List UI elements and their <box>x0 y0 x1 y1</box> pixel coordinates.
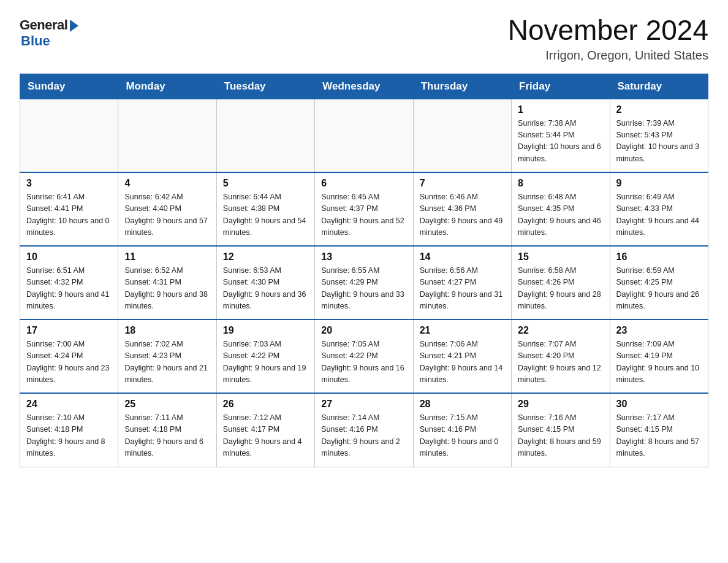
calendar-week-row-3: 10Sunrise: 6:51 AMSunset: 4:32 PMDayligh… <box>20 246 708 320</box>
day-info: Sunrise: 7:06 AMSunset: 4:21 PMDaylight:… <box>420 339 505 386</box>
day-number: 3 <box>26 178 112 189</box>
day-info: Sunrise: 6:44 AMSunset: 4:38 PMDaylight:… <box>223 191 308 239</box>
calendar-week-row-5: 24Sunrise: 7:10 AMSunset: 4:18 PMDayligh… <box>20 393 708 467</box>
logo: General Blue <box>20 15 78 49</box>
day-info: Sunrise: 6:41 AMSunset: 4:41 PMDaylight:… <box>26 191 112 239</box>
day-info: Sunrise: 7:02 AMSunset: 4:23 PMDaylight:… <box>124 339 210 386</box>
calendar-week-row-4: 17Sunrise: 7:00 AMSunset: 4:24 PMDayligh… <box>20 320 708 393</box>
calendar-week-row-2: 3Sunrise: 6:41 AMSunset: 4:41 PMDaylight… <box>20 172 708 246</box>
calendar-cell: 26Sunrise: 7:12 AMSunset: 4:17 PMDayligh… <box>216 393 314 467</box>
calendar-cell: 24Sunrise: 7:10 AMSunset: 4:18 PMDayligh… <box>20 393 118 467</box>
day-number: 25 <box>124 399 210 410</box>
day-info: Sunrise: 7:10 AMSunset: 4:18 PMDaylight:… <box>26 412 112 460</box>
day-info: Sunrise: 7:00 AMSunset: 4:24 PMDaylight:… <box>26 339 112 386</box>
day-number: 15 <box>518 251 603 262</box>
col-header-monday: Monday <box>118 74 216 99</box>
day-number: 5 <box>223 178 308 189</box>
calendar-cell: 27Sunrise: 7:14 AMSunset: 4:16 PMDayligh… <box>315 393 413 467</box>
calendar-cell: 21Sunrise: 7:06 AMSunset: 4:21 PMDayligh… <box>413 320 511 393</box>
calendar-cell: 12Sunrise: 6:53 AMSunset: 4:30 PMDayligh… <box>216 246 314 320</box>
col-header-friday: Friday <box>512 74 610 99</box>
day-info: Sunrise: 7:17 AMSunset: 4:15 PMDaylight:… <box>616 412 702 460</box>
logo-arrow-icon <box>70 20 78 32</box>
day-info: Sunrise: 7:38 AMSunset: 5:44 PMDaylight:… <box>518 118 603 166</box>
day-info: Sunrise: 7:09 AMSunset: 4:19 PMDaylight:… <box>616 339 702 386</box>
calendar-cell: 13Sunrise: 6:55 AMSunset: 4:29 PMDayligh… <box>315 246 413 320</box>
day-info: Sunrise: 6:55 AMSunset: 4:29 PMDaylight:… <box>321 265 406 313</box>
day-info: Sunrise: 6:42 AMSunset: 4:40 PMDaylight:… <box>124 191 210 239</box>
calendar-cell: 20Sunrise: 7:05 AMSunset: 4:22 PMDayligh… <box>315 320 413 393</box>
calendar-cell: 11Sunrise: 6:52 AMSunset: 4:31 PMDayligh… <box>118 246 216 320</box>
day-number: 24 <box>26 399 112 410</box>
month-year-title: November 2024 <box>508 15 708 46</box>
calendar-header-row: SundayMondayTuesdayWednesdayThursdayFrid… <box>20 74 708 99</box>
calendar-cell: 14Sunrise: 6:56 AMSunset: 4:27 PMDayligh… <box>413 246 511 320</box>
day-info: Sunrise: 6:53 AMSunset: 4:30 PMDaylight:… <box>223 265 308 313</box>
day-number: 20 <box>321 325 406 336</box>
calendar-cell: 10Sunrise: 6:51 AMSunset: 4:32 PMDayligh… <box>20 246 118 320</box>
day-number: 7 <box>420 178 505 189</box>
calendar-cell: 5Sunrise: 6:44 AMSunset: 4:38 PMDaylight… <box>216 172 314 246</box>
calendar-cell <box>315 99 413 172</box>
col-header-wednesday: Wednesday <box>315 74 413 99</box>
col-header-thursday: Thursday <box>413 74 511 99</box>
day-info: Sunrise: 6:48 AMSunset: 4:35 PMDaylight:… <box>518 191 603 239</box>
day-number: 21 <box>420 325 505 336</box>
calendar-cell <box>118 99 216 172</box>
calendar-cell <box>413 99 511 172</box>
col-header-tuesday: Tuesday <box>216 74 314 99</box>
day-number: 22 <box>518 325 603 336</box>
day-info: Sunrise: 6:56 AMSunset: 4:27 PMDaylight:… <box>420 265 505 313</box>
calendar-cell: 25Sunrise: 7:11 AMSunset: 4:18 PMDayligh… <box>118 393 216 467</box>
calendar-cell: 9Sunrise: 6:49 AMSunset: 4:33 PMDaylight… <box>610 172 708 246</box>
day-info: Sunrise: 7:05 AMSunset: 4:22 PMDaylight:… <box>321 339 406 386</box>
calendar-cell: 1Sunrise: 7:38 AMSunset: 5:44 PMDaylight… <box>512 99 610 172</box>
calendar-cell: 4Sunrise: 6:42 AMSunset: 4:40 PMDaylight… <box>118 172 216 246</box>
day-number: 1 <box>518 104 603 115</box>
day-number: 9 <box>616 178 702 189</box>
day-info: Sunrise: 7:14 AMSunset: 4:16 PMDaylight:… <box>321 412 406 460</box>
col-header-sunday: Sunday <box>20 74 118 99</box>
page-header: General Blue November 2024 Irrigon, Oreg… <box>20 15 708 63</box>
calendar-table: SundayMondayTuesdayWednesdayThursdayFrid… <box>20 74 708 467</box>
day-number: 11 <box>124 251 210 262</box>
logo-general-text: General <box>20 17 67 33</box>
calendar-cell: 28Sunrise: 7:15 AMSunset: 4:16 PMDayligh… <box>413 393 511 467</box>
day-number: 10 <box>26 251 112 262</box>
day-number: 8 <box>518 178 603 189</box>
calendar-cell: 7Sunrise: 6:46 AMSunset: 4:36 PMDaylight… <box>413 172 511 246</box>
calendar-cell: 3Sunrise: 6:41 AMSunset: 4:41 PMDaylight… <box>20 172 118 246</box>
day-info: Sunrise: 7:03 AMSunset: 4:22 PMDaylight:… <box>223 339 308 386</box>
day-info: Sunrise: 6:46 AMSunset: 4:36 PMDaylight:… <box>420 191 505 239</box>
day-number: 12 <box>223 251 308 262</box>
day-number: 16 <box>616 251 702 262</box>
title-block: November 2024 Irrigon, Oregon, United St… <box>508 15 708 63</box>
calendar-cell: 8Sunrise: 6:48 AMSunset: 4:35 PMDaylight… <box>512 172 610 246</box>
calendar-cell <box>216 99 314 172</box>
calendar-cell: 19Sunrise: 7:03 AMSunset: 4:22 PMDayligh… <box>216 320 314 393</box>
calendar-cell: 6Sunrise: 6:45 AMSunset: 4:37 PMDaylight… <box>315 172 413 246</box>
day-number: 14 <box>420 251 505 262</box>
calendar-cell: 30Sunrise: 7:17 AMSunset: 4:15 PMDayligh… <box>610 393 708 467</box>
day-number: 23 <box>616 325 702 336</box>
calendar-cell: 18Sunrise: 7:02 AMSunset: 4:23 PMDayligh… <box>118 320 216 393</box>
day-number: 29 <box>518 399 603 410</box>
calendar-cell: 16Sunrise: 6:59 AMSunset: 4:25 PMDayligh… <box>610 246 708 320</box>
calendar-week-row-1: 1Sunrise: 7:38 AMSunset: 5:44 PMDaylight… <box>20 99 708 172</box>
day-number: 19 <box>223 325 308 336</box>
day-info: Sunrise: 7:12 AMSunset: 4:17 PMDaylight:… <box>223 412 308 460</box>
day-number: 26 <box>223 399 308 410</box>
day-number: 18 <box>124 325 210 336</box>
col-header-saturday: Saturday <box>610 74 708 99</box>
calendar-cell: 23Sunrise: 7:09 AMSunset: 4:19 PMDayligh… <box>610 320 708 393</box>
day-number: 27 <box>321 399 406 410</box>
day-number: 6 <box>321 178 406 189</box>
day-number: 2 <box>616 104 702 115</box>
day-number: 17 <box>26 325 112 336</box>
day-info: Sunrise: 7:11 AMSunset: 4:18 PMDaylight:… <box>124 412 210 460</box>
day-info: Sunrise: 7:15 AMSunset: 4:16 PMDaylight:… <box>420 412 505 460</box>
day-number: 28 <box>420 399 505 410</box>
day-info: Sunrise: 6:49 AMSunset: 4:33 PMDaylight:… <box>616 191 702 239</box>
day-info: Sunrise: 6:52 AMSunset: 4:31 PMDaylight:… <box>124 265 210 313</box>
calendar-cell: 17Sunrise: 7:00 AMSunset: 4:24 PMDayligh… <box>20 320 118 393</box>
